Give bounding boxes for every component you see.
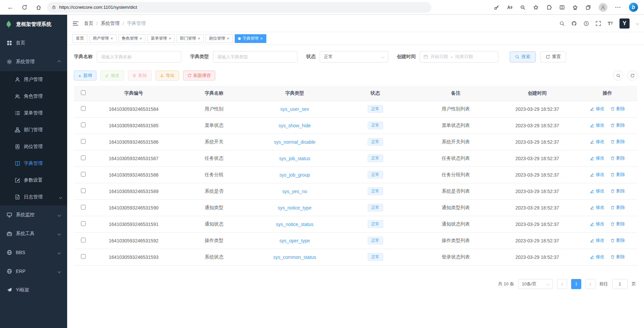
tag-role-management[interactable]: 角色管理× (119, 34, 146, 43)
reset-button[interactable]: 重置 (540, 51, 566, 62)
row-delete-action[interactable]: 删除 (610, 106, 625, 112)
close-icon[interactable]: × (198, 36, 200, 41)
font-size-icon[interactable]: TT (608, 20, 613, 26)
sidebar-item-dict-management[interactable]: 字典管理 (0, 155, 67, 172)
sidebar-item-post-management[interactable]: 岗位管理 (0, 138, 67, 155)
sidebar-item-department-management[interactable]: 部门管理 (0, 122, 67, 138)
row-edit-action[interactable]: 修改 (590, 139, 604, 145)
row-delete-action[interactable]: 删除 (610, 155, 625, 161)
page-size-select[interactable]: 10条/页 (518, 279, 553, 289)
row-edit-action[interactable]: 修改 (590, 254, 604, 260)
dict-type-link[interactable]: sys_job_group (279, 172, 310, 178)
dict-type-link[interactable]: sys_yes_no (282, 189, 307, 194)
close-icon[interactable]: × (140, 36, 142, 41)
row-edit-action[interactable]: 修改 (590, 188, 604, 194)
next-page-button[interactable]: › (585, 279, 595, 289)
row-edit-action[interactable]: 修改 (590, 155, 604, 161)
row-edit-action[interactable]: 修改 (590, 172, 604, 178)
row-checkbox[interactable] (81, 254, 86, 259)
refresh-cache-button[interactable]: 刷新缓存 (183, 71, 215, 81)
row-delete-action[interactable]: 删除 (610, 254, 625, 260)
search-button[interactable]: 搜索 (510, 51, 536, 62)
sidebar-item-parameter-settings[interactable]: 参数设置 (0, 172, 67, 189)
sidebar-item-role-management[interactable]: 角色管理 (0, 88, 67, 105)
collections-icon[interactable] (586, 5, 591, 10)
dict-type-link[interactable]: sys_job_status (279, 156, 310, 161)
breadcrumb-home[interactable]: 首页 (84, 20, 93, 27)
extensions-icon[interactable] (546, 5, 552, 10)
breadcrumb-system-management[interactable]: 系统管理 (101, 20, 120, 27)
row-checkbox[interactable] (81, 238, 86, 242)
row-checkbox[interactable] (81, 188, 86, 193)
refresh-table-icon[interactable] (627, 71, 637, 81)
row-delete-action[interactable]: 删除 (610, 188, 625, 194)
prev-page-button[interactable]: ‹ (557, 279, 567, 289)
row-delete-action[interactable]: 删除 (610, 237, 625, 243)
dict-type-link[interactable]: sys_notice_status (276, 222, 313, 227)
more-icon[interactable]: ··· (615, 4, 621, 10)
dict-name-input[interactable] (97, 51, 181, 62)
row-edit-action[interactable]: 修改 (590, 106, 604, 112)
favorites-bar-icon[interactable] (572, 5, 578, 10)
status-select[interactable]: 正常 (320, 51, 388, 62)
row-edit-action[interactable]: 修改 (590, 122, 604, 128)
user-avatar-logo[interactable]: Y (619, 18, 630, 29)
tag-user-management[interactable]: 用户管理× (89, 34, 117, 43)
chevron-down-icon[interactable] (636, 22, 639, 25)
row-delete-action[interactable]: 删除 (610, 204, 625, 210)
split-screen-icon[interactable] (559, 5, 565, 10)
row-delete-action[interactable]: 删除 (610, 139, 625, 145)
password-key-icon[interactable] (494, 5, 499, 10)
row-delete-action[interactable]: 删除 (610, 122, 625, 128)
row-checkbox[interactable] (81, 106, 86, 111)
dict-type-input[interactable] (213, 51, 297, 62)
export-button[interactable]: 导出 (155, 71, 179, 81)
back-icon[interactable]: ← (5, 2, 16, 13)
row-delete-action[interactable]: 删除 (610, 221, 625, 227)
row-checkbox[interactable] (81, 123, 86, 127)
close-icon[interactable]: × (110, 36, 113, 41)
dict-type-link[interactable]: sys_notice_type (278, 205, 311, 210)
hamburger-menu-icon[interactable] (73, 20, 79, 27)
sidebar-item-system-management[interactable]: 系统管理 (0, 52, 67, 71)
favorites-add-icon[interactable] (533, 5, 539, 10)
profile-avatar-icon[interactable] (599, 3, 607, 12)
sidebar-item-system-monitor[interactable]: 系统监控 (0, 205, 67, 224)
row-edit-action[interactable]: 修改 (590, 204, 604, 210)
row-edit-action[interactable]: 修改 (590, 221, 604, 227)
site-info-lock-icon[interactable] (52, 5, 56, 9)
row-checkbox[interactable] (81, 221, 86, 226)
home-icon[interactable] (33, 2, 44, 13)
sidebar-item-menu-management[interactable]: 菜单管理 (0, 105, 67, 122)
fullscreen-icon[interactable] (596, 21, 601, 26)
toggle-search-icon[interactable] (613, 71, 623, 81)
github-icon[interactable] (571, 21, 577, 26)
dict-type-link[interactable]: sys_common_status (273, 254, 316, 260)
close-icon[interactable]: × (227, 36, 229, 41)
read-aloud-icon[interactable] (507, 5, 512, 10)
dict-type-link[interactable]: sys_user_sex (280, 106, 309, 112)
dict-type-link[interactable]: sys_normal_disable (274, 139, 316, 145)
refresh-icon[interactable] (19, 2, 30, 13)
goto-page-input[interactable] (612, 279, 628, 289)
row-delete-action[interactable]: 删除 (610, 172, 625, 178)
zoom-out-icon[interactable] (520, 5, 525, 10)
tag-dict-management[interactable]: 字典管理× (235, 34, 266, 43)
add-button[interactable]: + 新增 (74, 71, 96, 81)
tag-department-management[interactable]: 部门管理× (177, 34, 204, 43)
sidebar-item-yi-framework[interactable]: Yi框架 (0, 281, 67, 299)
row-checkbox[interactable] (81, 155, 86, 160)
row-edit-action[interactable]: 修改 (590, 237, 604, 243)
dict-type-link[interactable]: sys_show_hide (279, 123, 311, 128)
sidebar-item-user-management[interactable]: 用户管理 (0, 71, 67, 88)
close-icon[interactable]: × (260, 36, 263, 41)
edit-button[interactable]: 修改 (100, 71, 124, 81)
delete-button[interactable]: 删除 (128, 71, 151, 81)
row-checkbox[interactable] (81, 139, 86, 144)
sidebar-item-system-tools[interactable]: 系统工具 (0, 224, 67, 243)
date-range-picker[interactable]: 开始日期 - 结束日期 (420, 51, 498, 62)
bing-copilot-icon[interactable]: b (629, 3, 638, 12)
help-icon[interactable] (584, 21, 589, 26)
tag-menu-management[interactable]: 菜单管理× (147, 34, 175, 43)
sidebar-item-erp[interactable]: ERP (0, 262, 67, 281)
